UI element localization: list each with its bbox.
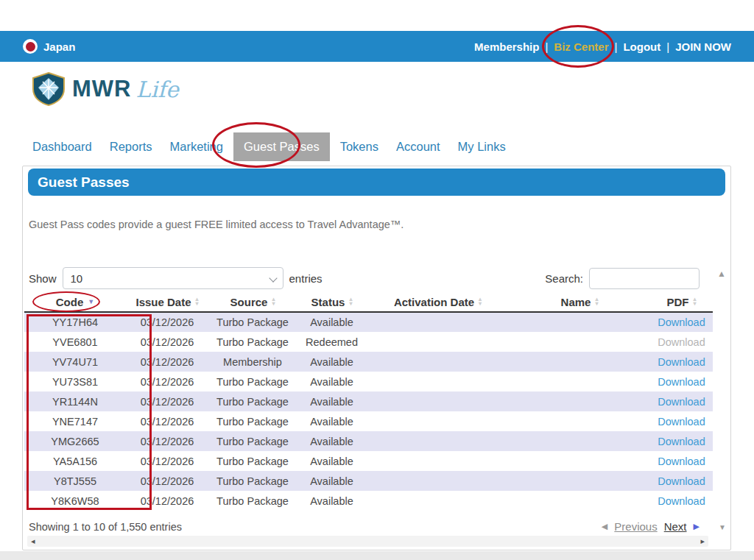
page-size-select[interactable]: 10 bbox=[63, 267, 283, 289]
cell-issue-date: 03/12/2026 bbox=[126, 491, 208, 511]
nav-logout[interactable]: Logout bbox=[623, 40, 660, 53]
column-header-source[interactable]: Source ▴▾ bbox=[208, 292, 297, 312]
cell-issue-date: 03/12/2026 bbox=[126, 332, 208, 352]
cell-code: YR1144N bbox=[24, 391, 126, 411]
cell-activation-date bbox=[367, 431, 509, 451]
cell-source: Turbo Package bbox=[208, 391, 297, 411]
tab-marketing[interactable]: Marketing bbox=[161, 133, 232, 160]
page-size-control: Show 10 entries bbox=[29, 267, 323, 289]
scroll-up-icon[interactable]: ▲ bbox=[717, 269, 726, 279]
cell-issue-date: 03/12/2026 bbox=[126, 451, 208, 471]
pagination: ◀ Previous Next ▶ bbox=[602, 520, 700, 533]
cell-name bbox=[509, 411, 650, 431]
cell-name bbox=[509, 431, 650, 451]
download-link[interactable]: Download bbox=[658, 456, 705, 467]
column-header-issue-date[interactable]: Issue Date ▴▾ bbox=[126, 292, 208, 312]
cell-code: YV74U71 bbox=[24, 352, 126, 372]
tab-guest-passes[interactable]: Guest Passes bbox=[233, 132, 330, 161]
table-footer: Showing 1 to 10 of 1,550 entries ◀ Previ… bbox=[29, 520, 700, 533]
show-label: Show bbox=[29, 272, 57, 285]
column-header-activation-date[interactable]: Activation Date ▴▾ bbox=[367, 292, 509, 312]
scroll-down-icon[interactable]: ▼ bbox=[719, 523, 726, 531]
column-header-status[interactable]: Status ▴▾ bbox=[297, 292, 367, 312]
page-size-select-wrap: 10 bbox=[63, 267, 283, 289]
cell-source: Turbo Package bbox=[208, 451, 297, 471]
cell-name bbox=[509, 312, 650, 332]
cell-pdf: Download bbox=[650, 332, 713, 352]
cell-activation-date bbox=[367, 411, 509, 431]
column-header-pdf[interactable]: PDF ▴▾ bbox=[650, 292, 713, 312]
cell-name bbox=[509, 391, 650, 411]
nav-separator: | bbox=[666, 40, 669, 53]
cell-status: Available bbox=[297, 391, 367, 411]
cell-pdf: Download bbox=[650, 391, 713, 411]
sort-icon: ▴▾ bbox=[693, 297, 696, 306]
guest-pass-row: YR1144N03/12/2026Turbo PackageAvailableD… bbox=[24, 391, 713, 411]
main-tab-bar: Dashboard Reports Marketing Guest Passes… bbox=[24, 132, 515, 161]
cell-name bbox=[509, 352, 650, 372]
scroll-right-icon[interactable]: ▸ bbox=[700, 536, 705, 546]
download-link[interactable]: Download bbox=[658, 356, 705, 368]
cell-activation-date bbox=[367, 332, 509, 352]
nav-join-now[interactable]: JOIN NOW bbox=[675, 40, 731, 53]
cell-status: Available bbox=[297, 471, 367, 491]
cell-issue-date: 03/12/2026 bbox=[126, 372, 208, 391]
table-body: YY17H6403/12/2026Turbo PackageAvailableD… bbox=[24, 312, 713, 511]
guest-pass-row: YU73S8103/12/2026Turbo PackageAvailableD… bbox=[24, 372, 713, 391]
guest-pass-row: YNE714703/12/2026Turbo PackageAvailableD… bbox=[24, 411, 713, 431]
column-header-name[interactable]: Name ▴▾ bbox=[509, 292, 650, 312]
nav-biz-center[interactable]: Biz Center bbox=[554, 40, 608, 53]
cell-activation-date bbox=[367, 491, 509, 511]
cell-issue-date: 03/12/2026 bbox=[126, 431, 208, 451]
download-link[interactable]: Download bbox=[658, 495, 705, 507]
nav-membership[interactable]: Membership bbox=[474, 40, 539, 53]
guest-passes-table: Code ▼ Issue Date ▴▾ Sou bbox=[24, 292, 713, 511]
tab-dashboard[interactable]: Dashboard bbox=[24, 133, 101, 160]
download-link[interactable]: Download bbox=[658, 436, 705, 447]
page-title: Guest Passes bbox=[38, 174, 130, 191]
cell-code: Y8K6W58 bbox=[24, 491, 126, 511]
column-header-code[interactable]: Code ▼ bbox=[24, 292, 126, 312]
sort-icon: ▴▾ bbox=[196, 297, 199, 306]
download-link[interactable]: Download bbox=[658, 396, 705, 408]
download-link[interactable]: Download bbox=[658, 316, 705, 328]
cell-activation-date bbox=[367, 471, 509, 491]
sort-icon: ▴▾ bbox=[349, 297, 352, 306]
japan-flag-icon bbox=[23, 39, 38, 54]
cell-source: Turbo Package bbox=[208, 431, 297, 451]
scroll-left-icon[interactable]: ◂ bbox=[31, 536, 35, 546]
cell-issue-date: 03/12/2026 bbox=[126, 391, 208, 411]
panel-title-bar: Guest Passes bbox=[28, 169, 725, 196]
cell-source: Turbo Package bbox=[208, 332, 297, 352]
next-button[interactable]: Next bbox=[664, 520, 687, 533]
country-selector[interactable]: Japan bbox=[23, 39, 75, 54]
guest-pass-row: YMG266503/12/2026Turbo PackageAvailableD… bbox=[24, 431, 713, 451]
download-link[interactable]: Download bbox=[658, 376, 705, 388]
horizontal-scrollbar[interactable]: ◂ ▸ bbox=[27, 536, 708, 547]
tab-reports[interactable]: Reports bbox=[101, 133, 161, 160]
cell-name bbox=[509, 372, 650, 391]
mwr-life-logo[interactable]: MWR Life bbox=[31, 72, 179, 106]
cell-source: Turbo Package bbox=[208, 471, 297, 491]
logo-text-accent: Life bbox=[135, 77, 178, 102]
search-input[interactable] bbox=[589, 268, 700, 289]
guest-pass-row: YVE680103/12/2026Turbo PackageRedeemedDo… bbox=[24, 332, 713, 352]
cell-source: Turbo Package bbox=[208, 312, 297, 332]
table-controls: Show 10 entries Search: bbox=[29, 266, 700, 290]
cell-code: YY17H64 bbox=[24, 312, 126, 332]
guest-pass-row: YY17H6403/12/2026Turbo PackageAvailableD… bbox=[24, 312, 713, 332]
guest-passes-panel: Guest Passes Guest Pass codes provide a … bbox=[22, 166, 731, 550]
nav-separator: | bbox=[615, 40, 618, 53]
column-label: Issue Date bbox=[135, 296, 191, 308]
download-link[interactable]: Download bbox=[658, 416, 705, 428]
previous-button[interactable]: Previous bbox=[614, 520, 657, 533]
tab-account[interactable]: Account bbox=[387, 133, 449, 160]
tab-tokens[interactable]: Tokens bbox=[331, 133, 387, 160]
nav-separator: | bbox=[545, 40, 548, 53]
download-link[interactable]: Download bbox=[658, 475, 705, 487]
tab-my-links[interactable]: My Links bbox=[449, 133, 515, 160]
cell-status: Available bbox=[297, 312, 367, 332]
cell-status: Available bbox=[297, 352, 367, 372]
column-label: Status bbox=[311, 296, 345, 308]
next-arrow-icon: ▶ bbox=[694, 522, 700, 531]
